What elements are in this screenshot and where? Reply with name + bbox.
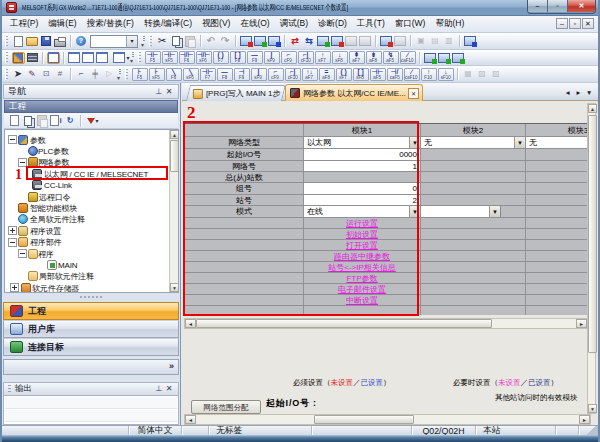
inline-st-icon[interactable] [424, 52, 437, 64]
row-interrupt-link[interactable]: 中断设置 [304, 296, 420, 305]
dropdown-arrow-icon[interactable]: ▼ [409, 206, 420, 217]
collapse-icon[interactable] [8, 135, 17, 144]
note-edit-icon[interactable]: ⌐ [75, 68, 88, 80]
vline-write-button[interactable]: |sF9 [251, 68, 267, 81]
expand-icon[interactable] [10, 283, 19, 292]
pulse-invert-button[interactable]: ↯aF5 [383, 51, 399, 64]
row-operation-setting-link[interactable]: 运行设置 [304, 219, 420, 228]
row-mode-module1[interactable]: 在线▼ [304, 206, 421, 218]
vertical-line-button[interactable]: |sF9 [264, 51, 280, 64]
row-open-setting-link[interactable]: 打开设置 [304, 241, 420, 250]
list-edit-icon[interactable]: ▨ [490, 68, 503, 80]
tree-item-main[interactable]: MAIN [5, 259, 178, 271]
element-selection-icon[interactable] [26, 52, 39, 64]
tab-scroll-right-icon[interactable]: ▸ [576, 88, 580, 97]
output-close-icon[interactable]: ✕ [164, 384, 174, 394]
watch-start-icon[interactable] [380, 35, 393, 47]
mdi-minimize-icon[interactable]: – [556, 18, 568, 29]
close-branch-button[interactable]: ⊣/⊢sF6 [196, 51, 212, 64]
print-icon[interactable] [54, 35, 67, 47]
erase-line-button[interactable]: ╲sF6 [183, 68, 199, 81]
menu-11[interactable]: 帮助(H) [430, 16, 469, 32]
nav-switch-connection[interactable]: 连接目标 [3, 338, 179, 356]
menu-8[interactable]: 诊断(D) [313, 16, 352, 32]
device-batch-icon[interactable]: ▤ [429, 35, 442, 47]
plc-verify-icon[interactable] [268, 35, 281, 47]
menu-7[interactable]: 调试(B) [275, 16, 313, 32]
row-mode-module2[interactable]: ▼ [421, 206, 526, 218]
row-router-relay-link[interactable]: 路由器中继参数 [304, 252, 420, 261]
nav-property-icon[interactable]: i [50, 115, 63, 127]
rung-delete-button[interactable]: ⌐|cF10 [285, 68, 301, 81]
tree-scroll-thumb[interactable] [170, 140, 179, 172]
row-network-no-module1[interactable]: 1 [304, 161, 421, 172]
mdi-restore-icon[interactable]: ▫ [569, 18, 581, 29]
compare-contact-button[interactable]: =aF8 [319, 68, 335, 81]
dialog-vertical-scrollbar[interactable]: ▲ ▼ [587, 103, 596, 414]
row-initial-setting-module1[interactable]: 初始设置 [304, 229, 421, 240]
select-mode-icon[interactable]: ➤ [12, 68, 25, 80]
instr-write-button[interactable]: [ ]sF8 [353, 68, 369, 81]
tree-item-local-comment[interactable]: 局部软元件注释 [5, 271, 178, 283]
delete-vline-button[interactable]: ⌐|cF10 [298, 51, 314, 64]
panel-splitter[interactable] [2, 293, 180, 300]
tree-item-program[interactable]: 程序 [5, 248, 178, 260]
menu-2[interactable]: 编辑(E) [43, 16, 81, 32]
tree-item-intelligent-module[interactable]: 智能功能模块 [5, 202, 178, 214]
copy-icon[interactable] [170, 35, 183, 47]
intelligent-icon[interactable]: ▥ [443, 35, 456, 47]
row-network-type-module1[interactable]: 以太网▼ [304, 137, 421, 149]
nav-paste-icon[interactable] [36, 115, 49, 127]
row-operation-setting-module1[interactable]: 运行设置 [304, 218, 421, 229]
transfer-setup-icon[interactable]: ⇄ [289, 35, 302, 47]
dialog-scroll-vthumb[interactable] [588, 115, 597, 353]
row-station-ip-module1[interactable]: 站号<->IP相关信息 [304, 262, 421, 273]
ladder-block-icon[interactable]: ▦ [462, 68, 475, 80]
rising-pulse-button[interactable]: ↑sF7 [315, 51, 331, 64]
open-branch-button[interactable]: ⊣⊢sF5 [162, 51, 178, 64]
row-email-link[interactable]: 电子邮件设置 [304, 285, 420, 294]
row-network-type-module3[interactable]: 无▼ [526, 137, 590, 149]
tree-scroll-down-icon[interactable]: ▼ [170, 283, 179, 292]
row-initial-setting-link[interactable]: 初始设置 [304, 230, 420, 239]
mdi-close-icon[interactable]: ✕ [582, 18, 594, 29]
hline-write-button[interactable]: ⊣F9 [234, 68, 250, 81]
toolbar-overflow-icon[interactable] [130, 51, 137, 64]
invert-write-button[interactable]: ∕caF10 [404, 68, 420, 81]
minimize-button[interactable]: – [528, 0, 548, 12]
tree-item-global-comment[interactable]: 全局软元件注释 [5, 214, 178, 226]
row-station-no-module1[interactable]: 2 [304, 195, 421, 206]
watch-window-icon[interactable] [110, 52, 129, 64]
collapse-icon[interactable] [18, 158, 27, 167]
dialog-scroll-down-icon[interactable]: ▼ [588, 404, 597, 413]
menu-6[interactable]: 在线(O) [235, 16, 274, 32]
edit-line-button[interactable]: ⊦F5 [132, 68, 148, 81]
tab-list-icon[interactable]: ▾ [587, 88, 591, 97]
chevron-icon[interactable]: » [169, 361, 174, 371]
falling-pulse-button[interactable]: ↓sF8 [332, 51, 348, 64]
interlock-icon[interactable]: ✎ [26, 68, 39, 80]
close-contact-button[interactable]: ⊣/⊢F6 [179, 51, 195, 64]
invert-result-button[interactable]: ∕caF10 [400, 51, 416, 64]
grid-scroll-left-icon[interactable]: ◄ [185, 319, 196, 328]
plc-read-icon[interactable] [254, 35, 267, 47]
input-device-button[interactable]: ⊣⊢F7 [200, 68, 216, 81]
pin-icon[interactable]: ⊥ [154, 87, 164, 97]
navigation-toggle-icon[interactable] [12, 52, 25, 64]
menu-3[interactable]: 搜索/替换(F) [82, 16, 139, 32]
tree-item-remote-password[interactable]: 远程口令 [5, 191, 178, 203]
draw-line-button[interactable]: ╲F6 [166, 68, 182, 81]
tree-item-network-parameter[interactable]: 网络参数 [5, 157, 178, 169]
delete-line-button[interactable]: ⊦sF5 [149, 68, 165, 81]
npulse-write-button[interactable]: ↓sF10 [438, 68, 454, 81]
grid-horizontal-scrollbar[interactable]: ◄ ► [184, 318, 588, 329]
collapse-icon[interactable] [8, 238, 17, 247]
tree-item-plc-parameter[interactable]: PLC参数 [5, 145, 178, 157]
dropdown-arrow-icon[interactable]: ▼ [514, 137, 525, 148]
tab-close-icon[interactable]: ✕ [408, 88, 419, 99]
rising-branch-button[interactable]: ⇞aF7 [349, 51, 365, 64]
row-email-module1[interactable]: 电子邮件设置 [304, 284, 421, 295]
docking-window2-icon[interactable] [82, 52, 95, 64]
all-window-icon[interactable]: ▷ [103, 68, 116, 80]
expand-icon[interactable] [8, 226, 17, 235]
